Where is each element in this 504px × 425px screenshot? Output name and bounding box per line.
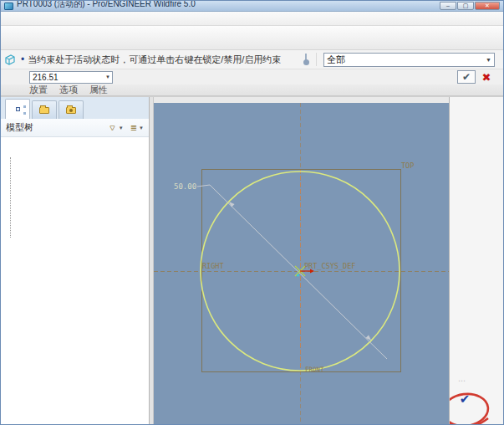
- front-plane-label: FRONT: [305, 366, 324, 373]
- favorites-icon: [66, 107, 76, 114]
- right-plane-label: RIGHT: [202, 262, 224, 270]
- menu-bar: [1, 12, 503, 26]
- model-tree-title: 模型树: [6, 121, 33, 134]
- sketcher-toolbar: ⋯ ✔: [449, 97, 503, 424]
- canvas-area: 50.00 TOP RIGHT PRT_CSYS_DEF FRONT: [154, 97, 449, 424]
- tree-show-button[interactable]: 🜄▼: [109, 123, 124, 132]
- depth-input-wrap: ▼: [29, 71, 113, 84]
- navigator-tabs: [1, 97, 149, 119]
- app-icon: [4, 3, 13, 10]
- model-tree-header: 模型树 🜄▼ ≣▼: [1, 119, 149, 137]
- sketch-done-button[interactable]: ✔: [455, 392, 475, 407]
- top-plane-label: TOP: [401, 161, 414, 170]
- tab-placement[interactable]: 放置: [29, 84, 48, 95]
- tab-favorites[interactable]: [59, 100, 84, 119]
- settings-list-icon: ≣: [130, 123, 137, 132]
- chevron-down-icon: ▼: [486, 57, 491, 63]
- message-bullet: •: [21, 54, 24, 65]
- tree-connector-line: [10, 157, 11, 238]
- extrude-feature-icon: [3, 54, 16, 66]
- sketch-canvas[interactable]: 50.00 TOP RIGHT PRT_CSYS_DEF FRONT: [154, 103, 449, 425]
- show-filter-icon: 🜄: [109, 123, 117, 132]
- close-button[interactable]: ✕: [475, 2, 500, 10]
- tab-model-tree[interactable]: [5, 99, 30, 119]
- folder-icon: [39, 107, 49, 114]
- chevron-down-icon[interactable]: ▼: [105, 74, 112, 79]
- dashboard-tabs: 放置 选项 属性: [1, 84, 503, 96]
- thermometer-icon: [303, 54, 309, 66]
- model-tree: [1, 137, 149, 424]
- dimension-leader: [197, 185, 210, 187]
- model-tree-icon: [16, 107, 20, 111]
- depth-value-input[interactable]: [30, 73, 105, 82]
- tree-settings-button[interactable]: ≣▼: [130, 123, 144, 132]
- extrude-dashboard: ▼ ✔ ✖: [1, 69, 503, 84]
- main-toolbar: [1, 26, 503, 50]
- csys-label: PRT_CSYS_DEF: [304, 262, 355, 270]
- tab-properties[interactable]: 属性: [89, 84, 108, 95]
- maximize-button[interactable]: ▢: [457, 2, 474, 10]
- message-bar: • 当约束处于活动状态时，可通过单击右键在锁定/禁用/启用约束 全部 ▼: [1, 50, 503, 69]
- selection-filter-value: 全部: [327, 54, 486, 66]
- toolbar-overflow-dots: ⋯: [458, 376, 466, 385]
- navigator-panel: 模型树 🜄▼ ≣▼: [1, 97, 150, 424]
- selection-filter-combobox[interactable]: 全部 ▼: [323, 53, 495, 67]
- dimension-arrow: [366, 335, 372, 341]
- tab-options[interactable]: 选项: [59, 84, 78, 95]
- cancel-button[interactable]: ✖: [480, 71, 493, 84]
- title-bar: PRT0003 (活动的) - Pro/ENGINEER Wildfire 5.…: [1, 1, 503, 12]
- ok-button[interactable]: ✔: [457, 70, 476, 84]
- message-text: 当约束处于活动状态时，可通过单击右键在锁定/禁用/启用约束: [28, 54, 281, 66]
- window-title: PRT0003 (活动的) - Pro/ENGINEER Wildfire 5.…: [17, 0, 436, 10]
- app-window: PRT0003 (活动的) - Pro/ENGINEER Wildfire 5.…: [0, 0, 504, 425]
- minimize-button[interactable]: –: [440, 2, 456, 10]
- tab-folder-browser[interactable]: [32, 100, 57, 119]
- diameter-dimension-text[interactable]: 50.00: [174, 182, 196, 191]
